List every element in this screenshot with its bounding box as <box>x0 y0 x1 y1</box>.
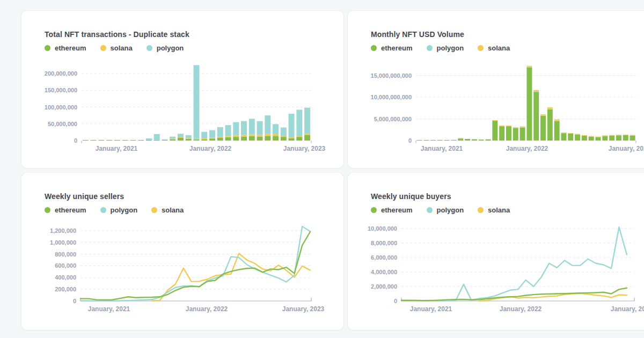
bar-segment-ethereum[interactable] <box>526 68 532 141</box>
bar-segment-ethereum[interactable] <box>568 134 573 141</box>
bar-segment-ethereum[interactable] <box>479 139 484 141</box>
bar-segment-ethereum[interactable] <box>423 140 429 141</box>
bar-segment-ethereum[interactable] <box>547 109 553 141</box>
bar-segment-ethereum[interactable] <box>506 126 511 141</box>
bar-segment-solana[interactable] <box>513 127 518 128</box>
bar-segment-polygon[interactable] <box>217 127 223 137</box>
bar-segment-polygon[interactable] <box>233 122 239 136</box>
bar-segment-solana[interactable] <box>533 90 539 91</box>
bar-segment-ethereum[interactable] <box>98 140 104 141</box>
bar-segment-solana[interactable] <box>265 134 270 136</box>
bar-segment-ethereum[interactable] <box>623 135 628 141</box>
bar-segment-ethereum[interactable] <box>225 137 231 141</box>
data-line-solana[interactable] <box>152 253 310 300</box>
bar-segment-ethereum[interactable] <box>472 139 477 141</box>
bar-segment-ethereum[interactable] <box>257 137 263 141</box>
bar-segment-ethereum[interactable] <box>465 139 470 141</box>
bar-segment-solana[interactable] <box>225 136 231 137</box>
bar-segment-polygon[interactable] <box>296 110 302 136</box>
bar-segment-ethereum[interactable] <box>265 136 270 141</box>
bar-segment-ethereum[interactable] <box>451 140 456 141</box>
bar-segment-solana[interactable] <box>568 133 573 134</box>
bar-segment-ethereum[interactable] <box>138 140 144 141</box>
bar-segment-solana[interactable] <box>273 134 279 136</box>
bar-segment-solana[interactable] <box>630 135 635 136</box>
bar-segment-ethereum[interactable] <box>589 137 594 141</box>
bar-segment-ethereum[interactable] <box>458 138 463 141</box>
bar-segment-polygon[interactable] <box>225 125 231 136</box>
bar-segment-solana[interactable] <box>575 134 580 134</box>
bar-segment-solana[interactable] <box>609 135 614 136</box>
bar-segment-polygon[interactable] <box>170 137 175 139</box>
bar-segment-ethereum[interactable] <box>533 92 539 141</box>
bar-segment-solana[interactable] <box>499 126 504 126</box>
bar-segment-ethereum[interactable] <box>616 135 621 141</box>
bar-segment-polygon[interactable] <box>533 91 539 92</box>
bar-segment-solana[interactable] <box>178 137 184 138</box>
bar-segment-ethereum[interactable] <box>217 138 223 141</box>
bar-segment-solana[interactable] <box>520 126 525 127</box>
bar-segment-ethereum[interactable] <box>186 139 192 141</box>
bar-segment-polygon[interactable] <box>257 121 263 135</box>
bar-segment-solana[interactable] <box>602 135 608 136</box>
bar-segment-ethereum[interactable] <box>146 140 152 141</box>
bar-segment-ethereum[interactable] <box>561 133 566 141</box>
weekly-unique-buyers-line-chart[interactable]: 02,000,0004,000,0006,000,0008,000,00010,… <box>348 173 644 330</box>
bar-segment-ethereum[interactable] <box>249 136 255 141</box>
bar-segment-ethereum[interactable] <box>554 121 560 141</box>
bar-segment-solana[interactable] <box>241 135 247 136</box>
bar-segment-solana[interactable] <box>582 135 587 136</box>
bar-segment-solana[interactable] <box>589 136 594 137</box>
bar-segment-solana[interactable] <box>249 134 255 136</box>
bar-segment-polygon[interactable] <box>186 135 192 138</box>
bar-segment-solana[interactable] <box>547 107 553 109</box>
bar-segment-solana[interactable] <box>194 139 200 139</box>
bar-segment-ethereum[interactable] <box>630 136 635 141</box>
bar-segment-solana[interactable] <box>526 66 532 67</box>
bar-segment-ethereum[interactable] <box>582 136 587 141</box>
bar-segment-ethereum[interactable] <box>513 128 518 141</box>
bar-segment-solana[interactable] <box>616 135 621 135</box>
bar-segment-polygon[interactable] <box>162 139 167 140</box>
bar-segment-ethereum[interactable] <box>83 140 89 141</box>
bar-segment-solana[interactable] <box>554 120 560 121</box>
bar-segment-polygon[interactable] <box>154 134 160 140</box>
bar-segment-solana[interactable] <box>540 114 546 115</box>
bar-segment-ethereum[interactable] <box>437 140 443 141</box>
bar-segment-polygon[interactable] <box>289 114 295 137</box>
bar-segment-ethereum[interactable] <box>194 139 200 141</box>
bar-segment-solana[interactable] <box>170 138 175 139</box>
bar-segment-polygon[interactable] <box>178 134 184 137</box>
bar-segment-polygon[interactable] <box>249 119 255 134</box>
bar-segment-polygon[interactable] <box>281 128 287 136</box>
bar-segment-ethereum[interactable] <box>444 140 450 141</box>
bar-segment-ethereum[interactable] <box>241 137 247 141</box>
bar-segment-ethereum[interactable] <box>233 137 239 141</box>
bar-segment-solana[interactable] <box>217 137 223 138</box>
bar-segment-ethereum[interactable] <box>540 116 546 141</box>
bar-segment-ethereum[interactable] <box>486 139 491 141</box>
data-line-polygon[interactable] <box>80 226 310 301</box>
bar-segment-ethereum[interactable] <box>154 140 160 141</box>
bar-segment-polygon[interactable] <box>194 65 200 139</box>
bar-segment-ethereum[interactable] <box>499 126 504 141</box>
bar-segment-solana[interactable] <box>201 138 207 139</box>
bar-segment-polygon[interactable] <box>520 127 525 127</box>
bar-segment-ethereum[interactable] <box>609 136 614 141</box>
bar-segment-solana[interactable] <box>492 120 497 121</box>
bar-segment-polygon[interactable] <box>273 124 279 134</box>
bar-segment-polygon[interactable] <box>304 108 310 134</box>
bar-segment-ethereum[interactable] <box>130 140 136 141</box>
bar-segment-solana[interactable] <box>296 136 302 137</box>
bar-segment-solana[interactable] <box>623 135 628 135</box>
bar-segment-ethereum[interactable] <box>281 137 287 141</box>
bar-segment-solana[interactable] <box>233 135 239 137</box>
bar-segment-ethereum[interactable] <box>289 138 295 141</box>
bar-segment-polygon[interactable] <box>265 115 270 134</box>
bar-segment-solana[interactable] <box>289 137 295 138</box>
bar-segment-ethereum[interactable] <box>201 139 207 141</box>
bar-segment-solana[interactable] <box>186 138 192 139</box>
bar-segment-polygon[interactable] <box>209 130 215 138</box>
bar-segment-solana[interactable] <box>561 133 566 133</box>
bar-segment-solana[interactable] <box>596 136 601 137</box>
